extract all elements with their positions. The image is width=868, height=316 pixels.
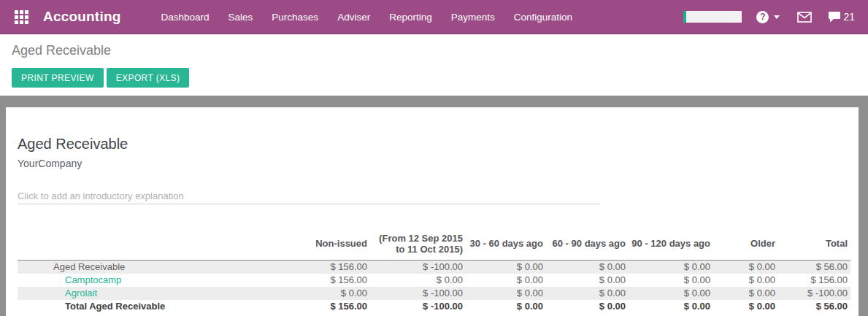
cell-value: $ 0.00	[629, 287, 713, 300]
messages-button[interactable]	[797, 12, 812, 23]
help-icon: ?	[756, 11, 769, 23]
export-xls-button[interactable]: EXPORT (XLS)	[107, 68, 190, 88]
cell-value: $ -100.00	[370, 287, 466, 300]
cell-value: $ 0.00	[546, 274, 629, 287]
table-row-aged-receivable: Aged Receivable $ 156.00 $ -100.00 $ 0.0…	[18, 260, 850, 274]
column-header-older: Older	[713, 231, 778, 260]
user-menu[interactable]	[683, 11, 742, 23]
chat-bubble-icon	[828, 11, 841, 23]
table-header-row: Non-issued (From 12 Sep 2015 to 11 Oct 2…	[18, 231, 850, 260]
total-label: Total Aged Receivable	[18, 300, 263, 313]
chat-count-badge: 21	[843, 11, 855, 23]
report-backdrop: Aged Receivable YourCompany Click to add…	[0, 96, 868, 316]
cell-value: $ 0.00	[546, 287, 629, 300]
cell-value: $ 0.00	[629, 260, 713, 274]
partner-link-agrolait[interactable]: Agrolait	[65, 288, 97, 298]
cell-value: $ 156.00	[263, 260, 370, 274]
report-company: YourCompany	[18, 158, 859, 169]
cell-value: $ 0.00	[713, 260, 778, 274]
column-header-non-issued: Non-issued	[263, 231, 370, 260]
top-navbar: Accounting Dashboard Sales Purchases Adv…	[0, 0, 868, 34]
cell-value: $ 0.00	[713, 300, 778, 313]
nav-item-sales[interactable]: Sales	[219, 0, 263, 34]
cell-value: $ 156.00	[263, 300, 370, 313]
cell-value: $ -100.00	[370, 260, 466, 274]
chat-button[interactable]: 21	[828, 11, 855, 23]
breadcrumb: Aged Receivable	[12, 42, 856, 58]
cell-value: $ 0.00	[629, 300, 713, 313]
cell-value: $ 0.00	[370, 274, 466, 287]
app-title: Accounting	[43, 9, 121, 25]
report-sheet: Aged Receivable YourCompany Click to add…	[6, 107, 859, 316]
report-title: Aged Receivable	[18, 135, 859, 153]
cell-value: $ 0.00	[546, 300, 629, 313]
column-header-label	[18, 231, 263, 260]
cell-value: $ 56.00	[778, 260, 850, 274]
control-panel: Aged Receivable PRINT PREVIEW EXPORT (XL…	[0, 34, 868, 96]
cell-value: $ 0.00	[466, 287, 546, 300]
cell-value: $ 0.00	[713, 287, 778, 300]
table-row-camptocamp: Camptocamp $ 156.00 $ 0.00 $ 0.00 $ 0.00…	[18, 274, 850, 287]
cell-value: $ 156.00	[263, 274, 370, 287]
table-row-agrolait: Agrolait $ 0.00 $ -100.00 $ 0.00 $ 0.00 …	[18, 287, 850, 300]
account-label: Aged Receivable	[18, 260, 263, 274]
nav-item-reporting[interactable]: Reporting	[380, 0, 442, 34]
cell-value: $ 0.00	[466, 260, 546, 274]
nav-item-adviser[interactable]: Adviser	[328, 0, 380, 34]
partner-cell: Camptocamp	[18, 274, 263, 287]
cell-value: $ 0.00	[546, 260, 629, 274]
nav-item-dashboard[interactable]: Dashboard	[152, 0, 219, 34]
cell-value: $ 0.00	[629, 274, 713, 287]
cell-value: $ -100.00	[778, 287, 850, 300]
partner-cell: Agrolait	[18, 287, 263, 300]
action-buttons: PRINT PREVIEW EXPORT (XLS)	[12, 68, 856, 88]
apps-grid-icon[interactable]	[15, 10, 28, 24]
aged-receivable-table: Non-issued (From 12 Sep 2015 to 11 Oct 2…	[18, 231, 850, 313]
cell-value: $ 0.00	[466, 300, 546, 313]
print-preview-button[interactable]: PRINT PREVIEW	[12, 68, 104, 88]
column-header-30-60: 30 - 60 days ago	[466, 231, 546, 260]
cell-value: $ -100.00	[370, 300, 466, 313]
chevron-down-icon	[774, 15, 780, 19]
column-header-period: (From 12 Sep 2015 to 11 Oct 2015)	[370, 231, 466, 260]
nav-item-payments[interactable]: Payments	[442, 0, 504, 34]
intro-explanation-placeholder[interactable]: Click to add an introductory explanation	[18, 190, 600, 204]
main-menu: Dashboard Sales Purchases Adviser Report…	[152, 0, 583, 34]
cell-value: $ 156.00	[778, 274, 850, 287]
partner-link-camptocamp[interactable]: Camptocamp	[65, 274, 121, 285]
nav-item-configuration[interactable]: Configuration	[504, 0, 582, 34]
cell-value: $ 0.00	[466, 274, 546, 287]
cell-value: $ 56.00	[778, 300, 850, 313]
column-header-60-90: 60 - 90 days ago	[546, 231, 629, 260]
column-header-90-120: 90 - 120 days ago	[629, 231, 713, 260]
help-dropdown[interactable]: ?	[756, 11, 780, 23]
cell-value: $ 0.00	[263, 287, 370, 300]
nav-item-purchases[interactable]: Purchases	[262, 0, 328, 34]
column-header-total: Total	[778, 231, 850, 260]
envelope-icon	[797, 12, 812, 23]
cell-value: $ 0.00	[713, 274, 778, 287]
table-row-total: Total Aged Receivable $ 156.00 $ -100.00…	[18, 300, 850, 313]
